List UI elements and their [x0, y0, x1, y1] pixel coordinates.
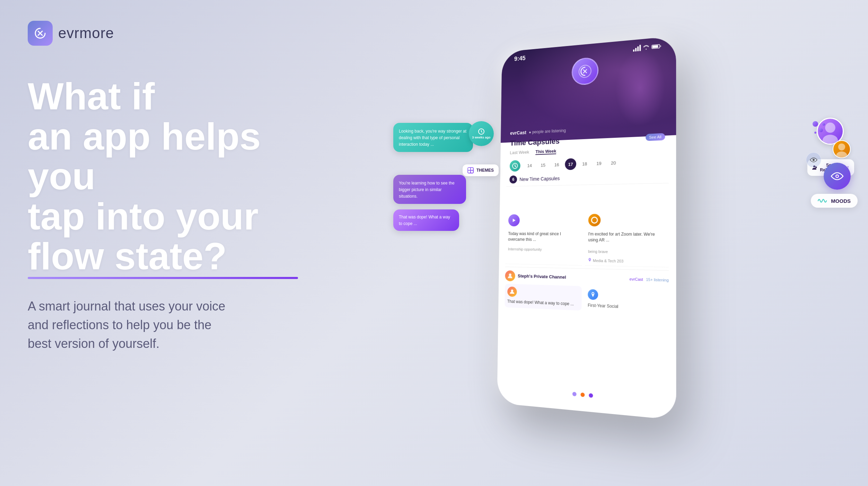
listening-count: 15+ listening: [646, 277, 669, 282]
pink-bubble-text: That was dope! What a way to cope ...: [399, 215, 450, 226]
channel-avatar: [505, 270, 515, 281]
feed-text-2: I'm excited for art Zoom later. We're us…: [588, 231, 666, 244]
channel-message: That was dope! What a way to cope ...: [505, 284, 581, 310]
purple-speech-bubble: You're learning how to see the bigger pi…: [393, 175, 466, 204]
location-icon-2: [590, 292, 595, 297]
weeks-ago-badge: 3 weeks ago: [469, 121, 494, 146]
battery-icon: [651, 44, 661, 50]
svg-point-9: [825, 123, 835, 133]
phone-screen: 9:45: [497, 36, 676, 420]
new-tc-label: New Time Capsules: [519, 176, 560, 182]
eye-small-icon: [810, 157, 817, 163]
wifi-icon: [643, 45, 649, 50]
play-icon: [512, 218, 516, 223]
moods-label: MOODS: [831, 198, 851, 204]
eye-icon-circle-small[interactable]: [806, 152, 821, 168]
subheadline: A smart journal that uses your voice and…: [28, 297, 256, 353]
person-avatar-small: [833, 140, 851, 158]
eye-icon: [831, 172, 844, 181]
feed-circle-icon-2: [588, 214, 601, 226]
moods-card[interactable]: MOODS: [811, 194, 858, 208]
channel-msg-text: That was dope! What a way to cope ...: [507, 299, 574, 306]
nav-dot-3[interactable]: [589, 393, 593, 398]
person-small-icon: [510, 289, 515, 294]
count-badge: 6: [509, 176, 517, 183]
bottom-navigation: [497, 385, 676, 405]
channel-section: Steph's Private Channel evrCast 15+ list…: [505, 267, 669, 318]
headline-line3-text: tap into your flow state?: [28, 196, 298, 276]
time-capsules-title: Time Capsules: [510, 137, 560, 147]
svg-point-6: [509, 273, 511, 276]
svg-rect-2: [660, 45, 661, 47]
tab-this-week[interactable]: This Week: [535, 148, 556, 155]
phone-frame: 9:45: [497, 36, 676, 420]
headline-line3: tap into your flow state?: [28, 196, 298, 276]
channel-location-text: First-Year Social: [588, 303, 618, 309]
calendar-day-16[interactable]: 16: [551, 159, 562, 170]
themes-grid-icon: [467, 167, 474, 173]
logo-area: evrmore: [28, 21, 114, 46]
themes-chip[interactable]: THEMES: [463, 164, 499, 176]
feed-item-2: I'm excited for art Zoom later. We're us…: [585, 210, 669, 267]
calendar-day-18[interactable]: 18: [579, 158, 590, 170]
headline-line2: an app helps you: [28, 116, 298, 196]
purple-bubble-text: You're learning how to see the bigger pi…: [399, 181, 455, 199]
svg-marker-5: [513, 219, 516, 222]
feed-grid: Today was kind of great since I overcame…: [505, 210, 669, 267]
feed-meta-1: Internship opportunity: [508, 247, 542, 251]
hero-section: What if an app helps you tap into your f…: [28, 76, 298, 353]
svg-point-16: [836, 176, 838, 177]
status-time: 9:45: [514, 55, 526, 63]
feed-item-1: Today was kind of great since I overcame…: [505, 211, 582, 266]
themes-label: THEMES: [476, 168, 494, 173]
calendar-day-17[interactable]: 17: [565, 158, 576, 170]
feed-items: Today was kind of great since I overcame…: [505, 210, 669, 318]
moods-wave-icon: [818, 197, 827, 204]
person-silhouette-sm: [833, 141, 850, 158]
evrcast-text: evrCast: [510, 130, 526, 136]
channel-feed-grid: That was dope! What a way to cope ... Fi…: [505, 284, 669, 314]
weeks-ago-text: 3 weeks ago: [472, 136, 490, 140]
headline-line1: What if: [28, 76, 298, 116]
channel-name: Steph's Private Channel: [518, 273, 566, 280]
location-pin-icon-1: [588, 258, 591, 261]
clock-icon: [512, 162, 518, 169]
teal-speech-bubble: Looking back, you're way stronger at dea…: [393, 123, 473, 152]
channel-location-item: First-Year Social: [585, 286, 669, 314]
feed-meta-2-label: being brave: [588, 249, 608, 254]
channel-loc-icon: [588, 289, 598, 300]
pink-speech-bubble: That was dope! What a way to cope ...: [393, 209, 459, 231]
svg-point-17: [813, 159, 815, 161]
see-all-button[interactable]: See All: [646, 133, 665, 141]
svg-point-12: [836, 151, 847, 158]
signal-bars-icon: [633, 45, 641, 52]
center-logo: [578, 63, 593, 79]
tab-last-week[interactable]: Last Week: [510, 150, 529, 156]
headline: What if an app helps you tap into your f…: [28, 76, 298, 276]
status-icons: [633, 43, 661, 52]
logo-text: evrmore: [58, 25, 114, 42]
calendar-day-15[interactable]: 15: [537, 159, 549, 171]
svg-rect-1: [652, 45, 658, 48]
nav-dot-1[interactable]: [572, 392, 577, 396]
feed-text-1: Today was kind of great since I overcame…: [508, 231, 579, 243]
feed-location-2: Media & Tech 203: [593, 258, 623, 263]
calendar-day-19[interactable]: 19: [593, 157, 605, 169]
evrcast-channel-label: evrCast: [630, 277, 643, 281]
phone-mockup-container: 9:45: [390, 21, 868, 471]
calendar-day-20[interactable]: 20: [607, 157, 619, 169]
channel-msg-avatar: [507, 286, 517, 297]
time-capsules-section: Time Capsules See All Last Week This Wee…: [506, 132, 669, 187]
play-button-1[interactable]: [508, 214, 520, 226]
person-icon: [507, 273, 513, 279]
calendar-day-14[interactable]: 14: [524, 160, 535, 171]
evrmore-logo-icon: [28, 21, 53, 46]
phone-top-section: 9:45: [501, 36, 676, 143]
svg-point-7: [511, 289, 513, 292]
channel-header: Steph's Private Channel evrCast 15+ list…: [505, 270, 668, 286]
teal-bubble-text: Looking back, you're way stronger at dea…: [399, 129, 466, 147]
clock-badge-icon: [478, 128, 485, 135]
eye-icon-circle-large[interactable]: [824, 163, 851, 190]
svg-point-11: [838, 143, 845, 150]
nav-dot-2[interactable]: [580, 393, 585, 397]
